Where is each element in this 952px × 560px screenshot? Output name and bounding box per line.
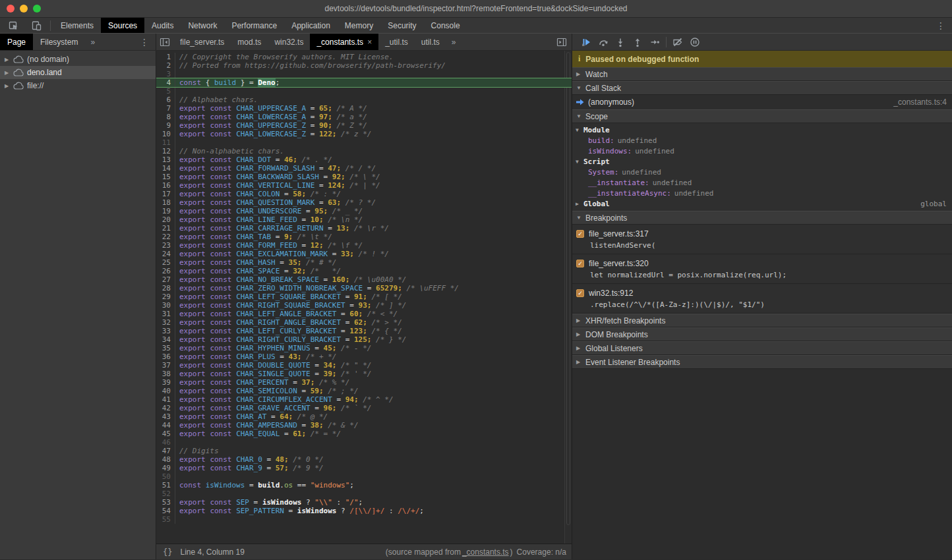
line-number[interactable]: 27 (156, 275, 175, 284)
line-number[interactable]: 22 (156, 233, 175, 241)
code-line[interactable]: 39export const CHAR_PERCENT = 37; /* % *… (156, 378, 572, 387)
line-number[interactable]: 42 (156, 404, 175, 412)
deactivate-breakpoints-button[interactable] (669, 34, 686, 50)
line-number[interactable]: 50 (156, 472, 175, 481)
code-line[interactable]: 33export const CHAR_LEFT_CURLY_BRACKET =… (156, 327, 572, 335)
code-line[interactable]: 41export const CHAR_CIRCUMFLEX_ACCENT = … (156, 395, 572, 404)
code-line[interactable]: 14export const CHAR_FORWARD_SLASH = 47; … (156, 164, 572, 173)
main-tab-elements[interactable]: Elements (53, 18, 101, 33)
section-event-listener-breakpoints[interactable]: ▶Event Listener Breakpoints (572, 355, 952, 369)
breakpoint-checkbox[interactable]: ✓ (576, 230, 584, 238)
step-over-button[interactable] (595, 34, 612, 50)
line-number[interactable]: 55 (156, 515, 175, 524)
hide-navigator-icon[interactable] (156, 34, 173, 50)
close-window-button[interactable] (7, 5, 15, 13)
code-line[interactable]: 11 (156, 138, 572, 147)
editor-tab-mod-ts[interactable]: mod.ts (231, 34, 268, 50)
line-number[interactable]: 34 (156, 335, 175, 344)
code-line[interactable]: 8export const CHAR_LOWERCASE_A = 97; /* … (156, 113, 572, 121)
section-xhr-fetch-breakpoints[interactable]: ▶XHR/fetch Breakpoints (572, 314, 952, 327)
scope-property[interactable]: __instantiateAsync:undefined (572, 188, 952, 198)
line-number[interactable]: 18 (156, 198, 175, 207)
code-line[interactable]: 53export const SEP = isWindows ? "\\" : … (156, 498, 572, 507)
editor-tab--util-ts[interactable]: _util.ts (378, 34, 415, 50)
code-line[interactable]: 1// Copyright the Browserify authors. MI… (156, 53, 572, 61)
code-line[interactable]: 7export const CHAR_UPPERCASE_A = 65; /* … (156, 104, 572, 113)
code-line[interactable]: 40export const CHAR_SEMICOLON = 59; /* ;… (156, 387, 572, 395)
navigator-more-tabs-icon[interactable]: » (85, 34, 100, 50)
code-line[interactable]: 52 (156, 490, 572, 498)
code-line[interactable]: 35export const CHAR_HYPHEN_MINUS = 45; /… (156, 344, 572, 352)
editor-tab-file-server-ts[interactable]: file_server.ts (173, 34, 231, 50)
scope-group-script[interactable]: ▼Script (572, 156, 952, 167)
section-breakpoints[interactable]: ▼ Breakpoints (572, 211, 952, 225)
section-scope[interactable]: ▼ Scope (572, 109, 952, 123)
line-number[interactable]: 2 (156, 61, 175, 70)
line-number[interactable]: 20 (156, 215, 175, 224)
main-tab-audits[interactable]: Audits (144, 18, 181, 33)
code-line[interactable]: 43export const CHAR_AT = 64; /* @ */ (156, 412, 572, 421)
line-number[interactable]: 43 (156, 412, 175, 421)
execution-line[interactable]: 4const { build } = Deno; (156, 78, 572, 87)
line-number[interactable]: 46 (156, 438, 175, 447)
code-line[interactable]: 15export const CHAR_BACKWARD_SLASH = 92;… (156, 173, 572, 181)
line-number[interactable]: 14 (156, 164, 175, 173)
code-line[interactable]: 9export const CHAR_UPPERCASE_Z = 90; /* … (156, 121, 572, 130)
code-line[interactable]: 46 (156, 438, 572, 447)
navigator-menu-icon[interactable]: ⋮ (133, 34, 156, 50)
main-tab-application[interactable]: Application (284, 18, 338, 33)
call-stack-frame[interactable]: (anonymous)_constants.ts:4 (572, 95, 952, 109)
editor-tab--constants-ts[interactable]: _constants.ts× (310, 34, 378, 50)
line-number[interactable]: 3 (156, 70, 175, 78)
line-number[interactable]: 47 (156, 447, 175, 455)
line-number[interactable]: 51 (156, 481, 175, 490)
editor-tab-util-ts[interactable]: util.ts (415, 34, 446, 50)
scope-property[interactable]: isWindows:undefined (572, 146, 952, 156)
code-line[interactable]: 38export const CHAR_SINGLE_QUOTE = 39; /… (156, 370, 572, 378)
line-number[interactable]: 52 (156, 490, 175, 498)
breakpoint-entry[interactable]: ✓win32.ts:912.replace(/^\/*([A-Za-z]:)(\… (572, 284, 952, 314)
navigator-tab-filesystem[interactable]: Filesystem (33, 34, 85, 50)
code-line[interactable]: 5 (156, 87, 572, 96)
line-number[interactable]: 13 (156, 155, 175, 164)
hide-debugger-sidebar-icon[interactable] (553, 34, 570, 50)
code-line[interactable]: 24export const CHAR_EXCLAMATION_MARK = 3… (156, 250, 572, 258)
chevron-down-icon[interactable]: ▼ (576, 159, 581, 165)
line-number[interactable]: 15 (156, 173, 175, 181)
code-line[interactable]: 31export const CHAR_LEFT_ANGLE_BRACKET =… (156, 310, 572, 318)
line-number[interactable]: 35 (156, 344, 175, 352)
code-line[interactable]: 37export const CHAR_DOUBLE_QUOTE = 34; /… (156, 361, 572, 370)
code-line[interactable]: 10export const CHAR_LOWERCASE_Z = 122; /… (156, 130, 572, 138)
line-number[interactable]: 21 (156, 224, 175, 233)
step-button[interactable] (646, 34, 663, 50)
line-number[interactable]: 28 (156, 284, 175, 293)
breakpoint-checkbox[interactable]: ✓ (576, 289, 584, 297)
line-number[interactable]: 7 (156, 104, 175, 113)
code-line[interactable]: 28export const CHAR_ZERO_WIDTH_NOBREAK_S… (156, 284, 572, 293)
code-line[interactable]: 36export const CHAR_PLUS = 43; /* + */ (156, 352, 572, 361)
line-number[interactable]: 39 (156, 378, 175, 387)
code-line[interactable]: 25export const CHAR_HASH = 35; /* # */ (156, 258, 572, 267)
chevron-down-icon[interactable]: ▼ (576, 127, 581, 133)
code-line[interactable]: 16export const CHAR_VERTICAL_LINE = 124;… (156, 181, 572, 190)
line-number[interactable]: 41 (156, 395, 175, 404)
code-line[interactable]: 48export const CHAR_0 = 48; /* 0 */ (156, 455, 572, 464)
code-line[interactable]: 22export const CHAR_TAB = 9; /* \t */ (156, 233, 572, 241)
step-into-button[interactable] (612, 34, 629, 50)
line-number[interactable]: 9 (156, 121, 175, 130)
step-out-button[interactable] (629, 34, 646, 50)
line-number[interactable]: 31 (156, 310, 175, 318)
code-line[interactable]: 45export const CHAR_EQUAL = 61; /* = */ (156, 430, 572, 438)
line-number[interactable]: 26 (156, 267, 175, 275)
line-number[interactable]: 29 (156, 293, 175, 301)
line-number[interactable]: 24 (156, 250, 175, 258)
device-toolbar-icon[interactable] (28, 18, 45, 34)
code-line[interactable]: 6// Alphabet chars. (156, 96, 572, 104)
code-line[interactable]: 18export const CHAR_QUESTION_MARK = 63; … (156, 198, 572, 207)
section-dom-breakpoints[interactable]: ▶DOM Breakpoints (572, 327, 952, 341)
chevron-right-icon[interactable]: ▶ (5, 70, 10, 76)
editor-tab-win32-ts[interactable]: win32.ts (268, 34, 310, 50)
line-number[interactable]: 38 (156, 370, 175, 378)
line-number[interactable]: 5 (156, 87, 175, 96)
line-number[interactable]: 54 (156, 507, 175, 515)
